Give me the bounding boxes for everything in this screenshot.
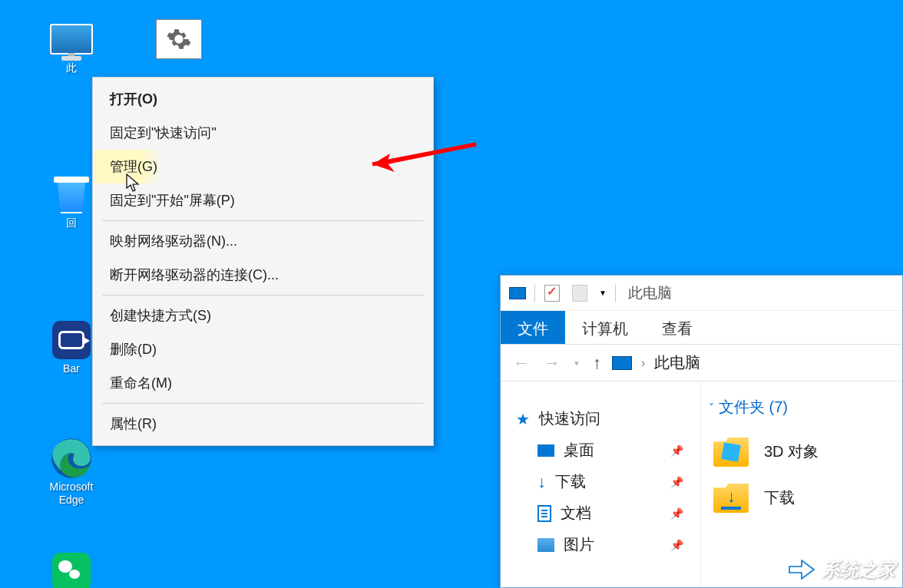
- nav-item-label: 下载: [555, 471, 586, 492]
- section-label: 文件夹 (7): [719, 397, 788, 418]
- explorer-titlebar[interactable]: ▼ 此电脑: [501, 276, 902, 311]
- document-glyph-icon: [538, 505, 551, 522]
- qat-newfolder-icon[interactable]: [569, 282, 590, 304]
- menu-item-pin-quick-access[interactable]: 固定到"快速访问": [94, 116, 432, 150]
- breadcrumb-location[interactable]: 此电脑: [654, 352, 700, 373]
- nav-up-icon[interactable]: ↑: [590, 353, 604, 373]
- menu-item-properties[interactable]: 属性(R): [94, 407, 432, 441]
- desktop-icon-this-pc[interactable]: 此: [37, 20, 106, 74]
- nav-quick-access[interactable]: ★ 快速访问: [516, 403, 700, 434]
- desktop-icon-label: Microsoft Edge: [37, 481, 106, 507]
- window-title: 此电脑: [628, 283, 672, 303]
- menu-separator: [102, 295, 424, 296]
- qat-pc-icon[interactable]: [507, 282, 528, 304]
- breadcrumb-separator[interactable]: ›: [641, 356, 645, 370]
- pin-icon: 📌: [670, 444, 683, 457]
- context-menu: 打开(O) 固定到"快速访问" 管理(G) 固定到"开始"屏幕(P) 映射网络驱…: [92, 77, 434, 446]
- nav-item-label: 快速访问: [539, 408, 600, 429]
- desktop-icon-edge[interactable]: Microsoft Edge: [37, 439, 106, 507]
- explorer-content: ˅ 文件夹 (7) 3D 对象 ↓ 下载: [700, 382, 902, 587]
- menu-separator: [102, 403, 424, 404]
- chevron-down-icon: ˅: [709, 401, 714, 414]
- nav-item-label: 图片: [564, 534, 594, 555]
- folder-label: 3D 对象: [764, 441, 819, 462]
- qat-separator: [615, 284, 616, 302]
- menu-item-map-drive[interactable]: 映射网络驱动器(N)...: [94, 224, 432, 258]
- menu-item-disconnect-drive[interactable]: 断开网络驱动器的连接(C)...: [94, 258, 432, 292]
- menu-item-manage[interactable]: 管理(G): [94, 150, 432, 183]
- edge-icon: [48, 439, 94, 477]
- section-folders-header[interactable]: ˅ 文件夹 (7): [709, 397, 895, 418]
- download-arrow-icon: ↓: [538, 472, 546, 492]
- watermark: 系统之家: [786, 557, 895, 582]
- explorer-window: ▼ 此电脑 文件 计算机 查看 ← → ▾ ↑ › 此电脑 ★ 快速访问 桌面 …: [500, 275, 903, 588]
- gear-icon: [166, 26, 192, 52]
- star-icon: ★: [516, 410, 530, 428]
- picture-glyph-icon: [538, 538, 554, 552]
- nav-back-icon[interactable]: ←: [510, 353, 533, 373]
- camera-icon: [48, 321, 94, 359]
- nav-downloads[interactable]: ↓ 下载 📌: [516, 466, 700, 497]
- qat-properties-icon[interactable]: [541, 282, 563, 304]
- monitor-icon: [48, 20, 94, 58]
- explorer-nav-pane: ★ 快速访问 桌面 📌 ↓ 下载 📌 文档 📌 图片 📌: [501, 382, 700, 587]
- menu-separator: [102, 220, 424, 221]
- folder-icon: ↓: [713, 482, 749, 513]
- desktop-glyph-icon: [538, 444, 554, 457]
- watermark-text: 系统之家: [822, 557, 895, 582]
- settings-file-icon: [156, 20, 202, 58]
- desktop-icon-settings[interactable]: [144, 20, 213, 61]
- desktop-icon-label: 此: [37, 61, 106, 74]
- tab-file[interactable]: 文件: [501, 311, 565, 344]
- address-bar: ← → ▾ ↑ › 此电脑: [501, 345, 902, 382]
- menu-item-create-shortcut[interactable]: 创建快捷方式(S): [94, 299, 432, 332]
- nav-desktop[interactable]: 桌面 📌: [516, 434, 700, 466]
- nav-pictures[interactable]: 图片 📌: [516, 529, 700, 560]
- wechat-icon: [48, 553, 94, 588]
- pin-icon: 📌: [670, 507, 683, 520]
- pin-icon: 📌: [670, 539, 683, 551]
- folder-label: 下载: [764, 487, 795, 508]
- menu-item-rename[interactable]: 重命名(M): [94, 366, 432, 400]
- menu-item-pin-start[interactable]: 固定到"开始"屏幕(P): [94, 183, 432, 217]
- nav-item-label: 桌面: [564, 440, 594, 461]
- nav-forward-icon[interactable]: →: [541, 353, 564, 373]
- menu-item-open[interactable]: 打开(O): [94, 82, 432, 116]
- nav-documents[interactable]: 文档 📌: [516, 497, 700, 529]
- folder-icon: [713, 436, 749, 467]
- pin-icon: 📌: [670, 476, 683, 488]
- tab-computer[interactable]: 计算机: [565, 311, 645, 344]
- menu-item-label: 管理(G): [110, 159, 157, 174]
- nav-item-label: 文档: [561, 503, 591, 524]
- qat-separator: [534, 284, 535, 302]
- desktop-icon-wechat[interactable]: [37, 553, 106, 588]
- folder-3d-objects[interactable]: 3D 对象: [709, 428, 895, 474]
- address-pc-icon: [612, 356, 632, 370]
- menu-item-delete[interactable]: 删除(D): [94, 332, 432, 366]
- nav-recent-dropdown[interactable]: ▾: [571, 358, 582, 368]
- folder-downloads[interactable]: ↓ 下载: [709, 474, 895, 520]
- tab-view[interactable]: 查看: [645, 311, 710, 344]
- ribbon-tabs: 文件 计算机 查看: [501, 311, 902, 345]
- recycle-bin-icon: [48, 175, 94, 213]
- qat-customize-dropdown[interactable]: ▼: [597, 289, 609, 297]
- watermark-logo-icon: [786, 557, 817, 582]
